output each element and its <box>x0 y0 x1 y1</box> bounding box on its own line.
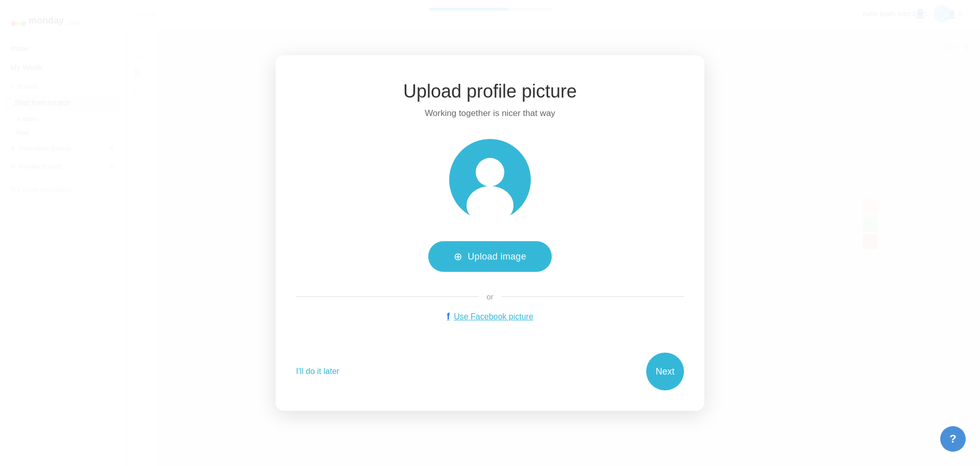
modal-footer: I'll do it later Next <box>296 353 684 390</box>
divider-line-right <box>502 296 684 297</box>
upload-btn-label: Upload image <box>468 251 526 262</box>
upload-profile-modal: Upload profile picture Working together … <box>276 55 704 411</box>
upload-icon: ⊕ <box>454 250 462 263</box>
facebook-icon: f <box>447 311 450 322</box>
or-text: or <box>486 292 493 301</box>
next-button[interactable]: Next <box>646 353 684 390</box>
facebook-link-label: Use Facebook picture <box>454 312 533 321</box>
modal-title: Upload profile picture <box>403 81 577 102</box>
default-avatar-svg <box>449 139 531 221</box>
modal-overlay: Upload profile picture Working together … <box>0 0 980 466</box>
help-button[interactable]: ? <box>940 426 966 452</box>
modal-subtitle: Working together is nicer that way <box>425 108 555 119</box>
upload-image-button[interactable]: ⊕ Upload image <box>428 241 552 272</box>
svg-point-4 <box>476 158 504 187</box>
skip-link[interactable]: I'll do it later <box>296 367 339 376</box>
or-divider: or <box>296 292 684 301</box>
avatar-placeholder <box>449 139 531 221</box>
facebook-picture-link[interactable]: f Use Facebook picture <box>447 311 533 322</box>
divider-line-left <box>296 296 478 297</box>
